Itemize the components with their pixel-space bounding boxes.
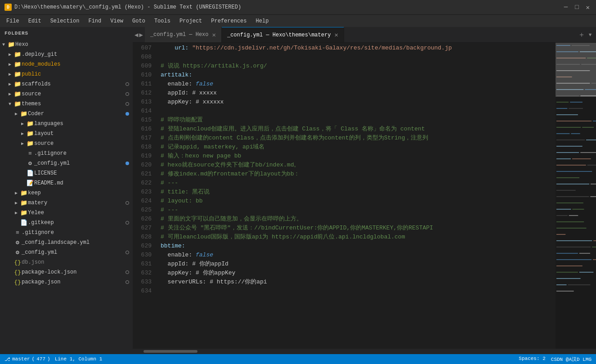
tree-arrow-source[interactable]: ▶ [6,91,13,97]
git-branch[interactable]: ⎇ master (477) [4,356,50,362]
menu-item-find[interactable]: Find [85,16,105,26]
spaces-info[interactable]: Spaces: 2 [519,356,545,363]
tree-circle-source [125,92,129,96]
tree-item-gitignore_root[interactable]: ≡.gitignore [0,228,133,238]
code-seg: url: [161,45,192,51]
line-number-631: 631 [133,260,152,269]
tree-arrow-layout[interactable]: ▶ [19,131,26,136]
line-number-618: 618 [133,143,152,152]
tree-item-themes[interactable]: ▼📁themes [0,99,133,109]
tree-icon-layout: 📁 [26,130,34,137]
tree-item-Yelee[interactable]: ▶📁Yelee [0,208,133,218]
tree-item-node_modules[interactable]: ▶📁node_modules [0,59,133,69]
code-seg: enable: [161,81,196,87]
tree-icon-matery: 📁 [20,199,28,207]
tree-label-package_lock: package-lock.json [22,269,125,275]
tree-arrow-public[interactable]: ▶ [6,72,13,77]
tree-label-source: source [22,91,125,97]
tree-item-gitignore_c[interactable]: ≡.gitignore [0,148,133,158]
tree-arrow-hexo[interactable]: ▼ [0,42,7,47]
tree-item-deploy_git[interactable]: ▶📁.deploy_git [0,49,133,59]
tree-item-keep[interactable]: ▶📁keep [0,188,133,198]
maximize-button[interactable]: □ [573,4,580,11]
tree-label-Coder: Coder [28,111,125,117]
tree-arrow-source_c[interactable]: ▶ [19,141,26,146]
tree-icon-keep: 📁 [20,189,28,197]
line-number-625: 625 [133,206,152,215]
tab-menu-icon[interactable]: ▾ [588,30,592,39]
menu-item-help[interactable]: Help [252,16,273,26]
tab-0[interactable]: _config.yml — Hexo✕ [145,27,222,42]
new-tab-icon[interactable]: ＋ [578,30,585,40]
tree-icon-scaffolds: 📁 [13,81,22,88]
tree-arrow-languages[interactable]: ▶ [19,121,26,126]
code-line-616: # 登陆leancloud创建应用。进入应用后，点击创建 Class，将「 Cl… [161,125,556,134]
tree-item-hexo[interactable]: ▼📁Hexo [0,40,133,49]
tree-arrow-node_modules[interactable]: ▶ [6,62,13,67]
tree-circle-package_lock [125,270,129,274]
tree-item-README[interactable]: 📝README.md [0,178,133,188]
tree-item-Coder[interactable]: ▶📁Coder [0,109,133,119]
close-button[interactable]: ✕ [584,4,592,11]
tree-icon-config_yml_root: ⚙ [13,249,22,256]
tree-item-source[interactable]: ▶📁source [0,89,133,99]
tree-circle-matery [125,201,129,205]
tree-icon-node_modules: 📁 [13,61,22,68]
tab-close-0[interactable]: ✕ [212,31,216,39]
menu-item-edit[interactable]: Edit [25,16,45,26]
tree-item-config_landscape[interactable]: ⚙_config.landscape.yml [0,238,133,247]
cursor-position[interactable]: Line 1, Column 1 [55,356,103,362]
horizontal-scrollbar[interactable] [133,349,596,354]
code-line-628: # 可用leancloud国际版，国际版api为 https://appid前八… [161,233,556,242]
menu-item-preferences[interactable]: Preferences [207,16,250,26]
tab-next-icon[interactable]: ▶ [139,31,143,39]
tabs-right[interactable]: ＋ ▾ [574,27,596,42]
line-number-617: 617 [133,134,152,143]
tree-label-config_landscape: _config.landscape.yml [22,239,133,246]
tab-1[interactable]: _config.yml — Hexo\themes\matery✕ [222,27,344,42]
tree-item-db_json[interactable]: {}db.json [0,257,133,267]
line-number-614: 614 [133,107,152,116]
tree-arrow-themes[interactable]: ▼ [6,102,13,107]
menu-item-view[interactable]: View [107,16,127,26]
tree-item-config_yml_root[interactable]: ⚙_config.yml [0,247,133,257]
tree-arrow-keep[interactable]: ▶ [13,190,20,196]
line-number-619: 619 [133,152,152,161]
line-number-620: 620 [133,161,152,170]
minimize-button[interactable]: ─ [562,4,569,11]
tree-arrow-scaffolds[interactable]: ▶ [6,81,13,87]
tab-prev-icon[interactable]: ◀ [134,31,138,39]
tree-arrow-deploy_git[interactable]: ▶ [6,52,13,57]
tree-item-scaffolds[interactable]: ▶📁scaffolds [0,79,133,89]
code-line-618: # 记录appid, masterkey, api域名 [161,143,556,152]
tree-arrow-Yelee[interactable]: ▶ [13,210,20,216]
tree-item-layout[interactable]: ▶📁layout [0,129,133,139]
tree-item-gitkeep[interactable]: 📄.gitkeep [0,218,133,228]
tree-item-package_json[interactable]: {}package.json [0,277,133,287]
tab-nav-buttons[interactable]: ◀ ▶ [133,27,145,42]
horizontal-scroll-thumb[interactable] [143,350,197,353]
tree-circle-package_json [125,280,129,284]
tree-item-LICENSE[interactable]: 📄LICENSE [0,168,133,178]
line-number-621: 621 [133,170,152,179]
tab-close-1[interactable]: ✕ [334,31,338,39]
tree-icon-source_c: 📁 [26,140,34,147]
menu-item-project[interactable]: Project [176,16,206,26]
tree-item-package_lock[interactable]: {}package-lock.json [0,267,133,277]
code-area[interactable]: url: "https://cdn.jsdelivr.net/gh/Tokisa… [155,43,556,349]
tree-item-languages[interactable]: ▶📁languages [0,119,133,129]
menu-item-goto[interactable]: Goto [129,16,149,26]
menu-item-selection[interactable]: Selection [47,16,83,26]
tree-item-public[interactable]: ▶📁public [0,69,133,79]
window-controls[interactable]: ─ □ ✕ [562,4,592,11]
tree-arrow-matery[interactable]: ▶ [13,200,20,206]
tree-arrow-Coder[interactable]: ▶ [13,111,20,117]
line-number-629: 629 [133,242,152,251]
menu-item-tools[interactable]: Tools [151,16,174,26]
tree-item-matery[interactable]: ▶📁matery [0,198,133,208]
tree-icon-gitkeep: 📄 [20,219,28,226]
menu-item-file[interactable]: File [3,16,23,26]
tree-item-source_c[interactable]: ▶📁source [0,139,133,148]
tree-icon-config_landscape: ⚙ [13,239,22,246]
tree-item-config_yml_c[interactable]: ⚙_config.yml [0,158,133,168]
